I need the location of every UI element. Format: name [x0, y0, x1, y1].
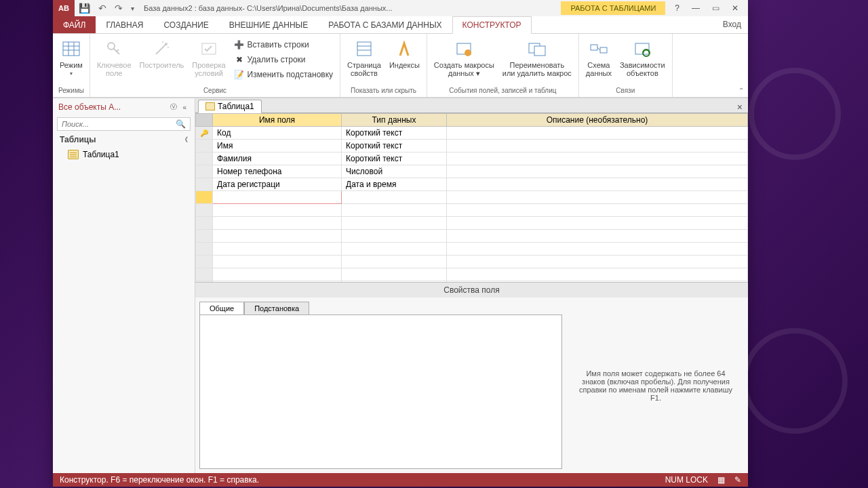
field-name-cell[interactable]	[213, 191, 342, 204]
table-row-empty[interactable]	[196, 243, 748, 256]
modify-lookup-button[interactable]: 📝Изменить подстановку	[233, 68, 334, 81]
field-type-cell[interactable]: Дата и время	[342, 178, 447, 191]
field-name-cell[interactable]	[213, 243, 342, 256]
undo-icon[interactable]: ↶	[98, 3, 106, 14]
field-type-cell[interactable]	[342, 217, 447, 230]
field-desc-cell[interactable]	[447, 178, 748, 191]
field-desc-cell[interactable]	[447, 230, 748, 243]
tab-designer[interactable]: КОНСТРУКТОР	[452, 16, 532, 34]
primary-key-button[interactable]: Ключевое поле	[94, 37, 134, 79]
indexes-button[interactable]: Индексы	[387, 37, 422, 70]
login-link[interactable]: Вход	[716, 16, 748, 33]
table-row-empty[interactable]	[196, 268, 748, 281]
field-type-cell[interactable]: Короткий текст	[342, 140, 447, 152]
field-desc-cell[interactable]	[447, 140, 748, 152]
field-type-cell[interactable]: Короткий текст	[342, 127, 447, 140]
section-collapse-icon[interactable]: 《	[182, 136, 188, 144]
field-desc-cell[interactable]	[447, 152, 748, 165]
nav-section-tables[interactable]: Таблицы 《	[53, 132, 195, 147]
validation-button[interactable]: Проверка условий	[189, 37, 228, 79]
field-desc-cell[interactable]	[447, 165, 748, 178]
view-datasheet-icon[interactable]: ▦	[717, 475, 725, 485]
tab-dbtools[interactable]: РАБОТА С БАЗАМИ ДАННЫХ	[318, 16, 452, 33]
row-selector[interactable]	[196, 165, 213, 178]
row-selector[interactable]	[196, 243, 213, 256]
field-type-cell[interactable]: Числовой	[342, 165, 447, 178]
table-row-new[interactable]	[196, 191, 748, 204]
field-name-cell[interactable]: Дата регистраци	[213, 178, 342, 191]
field-name-cell[interactable]: Код	[213, 127, 342, 140]
close-tab-icon[interactable]: ×	[732, 102, 748, 113]
field-name-cell[interactable]	[213, 230, 342, 243]
dependencies-button[interactable]: Зависимости объектов	[617, 37, 668, 79]
row-selector[interactable]	[196, 217, 213, 230]
props-content[interactable]	[199, 314, 562, 469]
row-selector[interactable]	[196, 256, 213, 268]
table-row-empty[interactable]	[196, 204, 748, 217]
table-row[interactable]: Дата регистраци Дата и время	[196, 178, 748, 191]
row-selector[interactable]	[196, 230, 213, 243]
tab-file[interactable]: ФАЙЛ	[53, 16, 96, 33]
collapse-ribbon-icon[interactable]: ⌃	[738, 87, 744, 94]
field-desc-cell[interactable]	[447, 191, 748, 204]
minimize-icon[interactable]: —	[692, 3, 700, 13]
row-selector[interactable]	[196, 204, 213, 217]
table-row[interactable]: 🔑 Код Короткий текст	[196, 127, 748, 140]
field-desc-cell[interactable]	[447, 256, 748, 268]
nav-header[interactable]: Все объекты A... ⓥ «	[53, 98, 195, 116]
field-desc-cell[interactable]	[447, 243, 748, 256]
field-name-cell[interactable]: Имя	[213, 140, 342, 152]
table-row[interactable]: Имя Короткий текст	[196, 140, 748, 152]
field-name-cell[interactable]	[213, 204, 342, 217]
nav-item-table1[interactable]: Таблица1	[53, 147, 195, 162]
field-name-cell[interactable]	[213, 268, 342, 281]
row-selector[interactable]: 🔑	[196, 127, 213, 140]
search-icon[interactable]: 🔍	[172, 118, 190, 130]
property-sheet-button[interactable]: Страница свойств	[344, 37, 384, 79]
builder-button[interactable]: Построитель	[137, 37, 187, 70]
field-name-cell[interactable]	[213, 217, 342, 230]
col-field-name[interactable]: Имя поля	[213, 114, 342, 127]
field-type-cell[interactable]: Короткий текст	[342, 152, 447, 165]
insert-rows-button[interactable]: ➕Вставить строки	[233, 38, 334, 52]
field-desc-cell[interactable]	[447, 217, 748, 230]
doc-tab-table1[interactable]: Таблица1	[198, 100, 262, 113]
table-row[interactable]: Фамилия Короткий текст	[196, 152, 748, 165]
nav-collapse-icon[interactable]: «	[180, 104, 189, 111]
create-macros-button[interactable]: Создать макросы данных ▾	[431, 37, 497, 79]
tab-create[interactable]: СОЗДАНИЕ	[153, 16, 218, 33]
field-type-cell[interactable]	[342, 243, 447, 256]
delete-rows-button[interactable]: ✖Удалить строки	[233, 53, 334, 66]
tab-external[interactable]: ВНЕШНИЕ ДАННЫЕ	[219, 16, 318, 33]
field-name-cell[interactable]: Номер телефона	[213, 165, 342, 178]
row-selector[interactable]	[196, 268, 213, 281]
field-name-cell[interactable]	[213, 256, 342, 268]
close-icon[interactable]: ✕	[732, 3, 738, 13]
field-desc-cell[interactable]	[447, 268, 748, 281]
field-name-cell[interactable]: Фамилия	[213, 152, 342, 165]
table-row-empty[interactable]	[196, 256, 748, 268]
field-type-cell[interactable]	[342, 204, 447, 217]
search-input[interactable]	[58, 118, 172, 130]
relationships-button[interactable]: Схема данных	[583, 37, 614, 79]
save-icon[interactable]: 💾	[79, 3, 90, 14]
rename-macro-button[interactable]: Переименовать или удалить макрос	[500, 37, 574, 79]
help-icon[interactable]: ?	[675, 3, 679, 13]
col-description[interactable]: Описание (необязательно)	[447, 114, 748, 127]
field-type-cell[interactable]	[342, 191, 447, 204]
table-row-empty[interactable]	[196, 217, 748, 230]
qat-customize-icon[interactable]: ▾	[131, 5, 134, 12]
field-desc-cell[interactable]	[447, 127, 748, 140]
row-selector[interactable]	[196, 140, 213, 152]
view-design-icon[interactable]: ✎	[734, 475, 741, 485]
table-row[interactable]: Номер телефона Числовой	[196, 165, 748, 178]
maximize-icon[interactable]: ▭	[712, 3, 719, 13]
table-row-empty[interactable]	[196, 230, 748, 243]
props-tab-lookup[interactable]: Подстановка	[244, 302, 309, 315]
props-tab-general[interactable]: Общие	[199, 302, 244, 315]
col-data-type[interactable]: Тип данных	[342, 114, 447, 127]
redo-icon[interactable]: ↷	[115, 3, 123, 14]
row-selector[interactable]	[196, 178, 213, 191]
field-desc-cell[interactable]	[447, 204, 748, 217]
row-selector-header[interactable]	[196, 114, 213, 127]
